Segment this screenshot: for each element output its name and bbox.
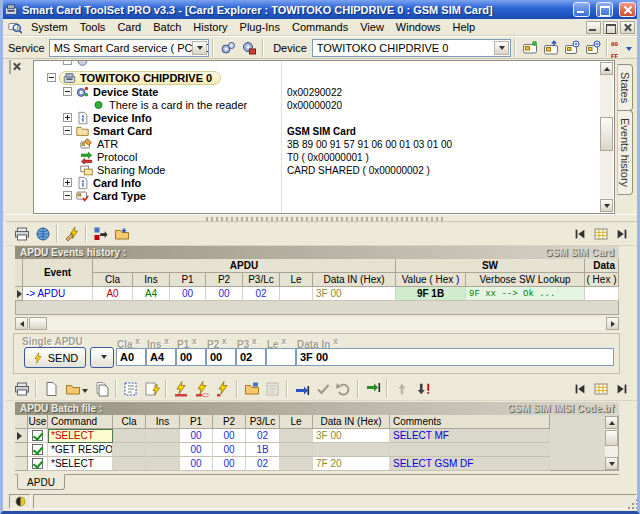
cell-p3[interactable]: 02 xyxy=(246,457,280,471)
save-history-icon[interactable] xyxy=(111,224,132,244)
cell-p2[interactable]: 00 xyxy=(213,429,246,443)
cell-cla[interactable] xyxy=(113,443,146,457)
cell-p1[interactable]: 00 xyxy=(180,429,213,443)
hex-converter-icon[interactable]: 00 FF xyxy=(611,38,632,58)
cell-cla[interactable] xyxy=(113,429,146,443)
cell-p1[interactable]: 00 xyxy=(180,443,213,457)
mdi-minimize-button[interactable] xyxy=(586,21,601,34)
menu-plugins[interactable]: Plug-Ins xyxy=(234,20,286,34)
tab-apdu[interactable]: APDU xyxy=(17,474,65,490)
events-horizontal-scrollbar[interactable] xyxy=(15,317,619,330)
menu-commands[interactable]: Commands xyxy=(286,20,354,34)
cell-p1[interactable]: 00 xyxy=(180,457,213,471)
device-combobox[interactable]: TOWITOKO CHIPDRIVE 0 xyxy=(312,39,511,57)
cell-p2[interactable]: 00 xyxy=(213,457,246,471)
cell-ins[interactable] xyxy=(146,443,180,457)
cell-comments[interactable]: SELECT GSM DF xyxy=(390,457,550,471)
service-dropdown-icon[interactable] xyxy=(192,41,207,55)
cell-ins[interactable]: A4 xyxy=(133,287,170,301)
batch-vertical-scrollbar[interactable] xyxy=(605,416,618,470)
insert-card-icon[interactable] xyxy=(519,38,540,58)
cell-command[interactable]: *GET RESPONSE xyxy=(48,443,113,457)
select-rows-icon[interactable] xyxy=(120,379,141,399)
disconnect-card-icon[interactable] xyxy=(582,38,603,58)
cell-use[interactable] xyxy=(28,457,48,471)
scroll-left-icon[interactable] xyxy=(15,317,28,330)
edit-row-icon[interactable] xyxy=(141,379,162,399)
cell-ins[interactable] xyxy=(146,429,180,443)
print-icon[interactable] xyxy=(11,379,32,399)
cell-command[interactable]: *SELECT xyxy=(48,429,113,443)
checkbox-checked-icon[interactable] xyxy=(32,444,43,455)
first-record-icon[interactable] xyxy=(569,379,590,399)
tab-events-history[interactable]: Events history xyxy=(617,110,633,195)
scroll-up-icon[interactable] xyxy=(605,416,618,429)
card-explorer-icon[interactable] xyxy=(8,20,22,34)
batch-row[interactable]: *SELECT 00 00 02 3F 00 SELECT MF xyxy=(15,429,550,443)
last-record-icon[interactable] xyxy=(611,224,632,244)
cell-p3[interactable]: 1B xyxy=(246,443,280,457)
export-batch-icon[interactable] xyxy=(262,379,283,399)
accept-changes-icon[interactable] xyxy=(312,379,333,399)
menu-tools[interactable]: Tools xyxy=(74,20,112,34)
cell-le[interactable] xyxy=(280,443,313,457)
cell-p2[interactable]: 00 xyxy=(213,443,246,457)
scroll-thumb[interactable] xyxy=(600,117,613,151)
cell-comments[interactable]: SELECT MF xyxy=(390,429,550,443)
cell-p3[interactable]: 02 xyxy=(243,287,280,301)
run-selected-icon[interactable] xyxy=(191,379,212,399)
panel-close-icon[interactable] xyxy=(9,60,11,74)
send-options-button[interactable] xyxy=(90,347,114,368)
print-icon[interactable] xyxy=(11,224,32,244)
cell-data-hex[interactable] xyxy=(585,287,619,301)
p3-field[interactable] xyxy=(236,348,266,366)
cell-command[interactable]: *SELECT xyxy=(48,457,113,471)
scroll-up-icon[interactable] xyxy=(600,62,613,75)
collapse-icon[interactable] xyxy=(63,191,72,200)
p1-field[interactable] xyxy=(176,348,206,366)
scroll-thumb[interactable] xyxy=(605,430,618,446)
connect-card-icon[interactable] xyxy=(561,38,582,58)
menu-windows[interactable]: Windows xyxy=(390,20,447,34)
expand-icon[interactable] xyxy=(63,178,72,187)
menu-help[interactable]: Help xyxy=(446,20,481,34)
cell-le[interactable] xyxy=(280,287,313,301)
restore-button[interactable] xyxy=(596,2,613,17)
new-batch-icon[interactable] xyxy=(40,379,61,399)
tree-row-card-type[interactable]: Card Type xyxy=(35,189,599,202)
tab-states[interactable]: States xyxy=(617,64,633,111)
horizontal-splitter[interactable] xyxy=(6,214,637,222)
cell-cla[interactable]: A0 xyxy=(93,287,133,301)
cell-use[interactable] xyxy=(28,429,48,443)
ins-field[interactable] xyxy=(146,348,176,366)
run-current-icon[interactable] xyxy=(212,379,233,399)
tree-row-card-info[interactable]: Card Info xyxy=(35,176,599,189)
cell-use[interactable] xyxy=(28,443,48,457)
tree-row-device[interactable]: TOWITOKO CHIPDRIVE 0 xyxy=(35,71,599,84)
mdi-close-button[interactable] xyxy=(620,21,635,34)
scroll-thumb[interactable] xyxy=(29,317,47,330)
copy-to-batch-icon[interactable] xyxy=(90,224,111,244)
move-down-icon[interactable] xyxy=(412,379,433,399)
menu-batch[interactable]: Batch xyxy=(147,20,187,34)
expand-icon[interactable] xyxy=(63,113,72,122)
collapse-icon[interactable] xyxy=(63,87,72,96)
mdi-restore-button[interactable] xyxy=(603,21,618,34)
tree-row-device-info[interactable]: Device Info xyxy=(35,111,599,124)
move-up-icon[interactable] xyxy=(391,379,412,399)
service-combobox[interactable]: MS Smart Card service ( PC/SC interface … xyxy=(49,39,209,57)
clear-history-icon[interactable] xyxy=(61,224,82,244)
menu-history[interactable]: History xyxy=(187,20,233,34)
collapse-icon[interactable] xyxy=(63,126,72,135)
insert-row-icon[interactable] xyxy=(291,379,312,399)
grid-settings-icon[interactable] xyxy=(590,224,611,244)
grid-settings-icon[interactable] xyxy=(590,379,611,399)
menu-card[interactable]: Card xyxy=(111,20,147,34)
connect-service-icon[interactable] xyxy=(217,38,238,58)
send-button[interactable]: SEND xyxy=(24,347,86,368)
batch-row[interactable]: *SELECT 00 00 02 7F 20 SELECT GSM DF xyxy=(15,457,550,471)
tree-vertical-scrollbar[interactable] xyxy=(600,62,613,212)
device-dropdown-icon[interactable] xyxy=(494,41,509,55)
scroll-down-icon[interactable] xyxy=(605,457,618,470)
data-in-field[interactable] xyxy=(296,348,614,366)
